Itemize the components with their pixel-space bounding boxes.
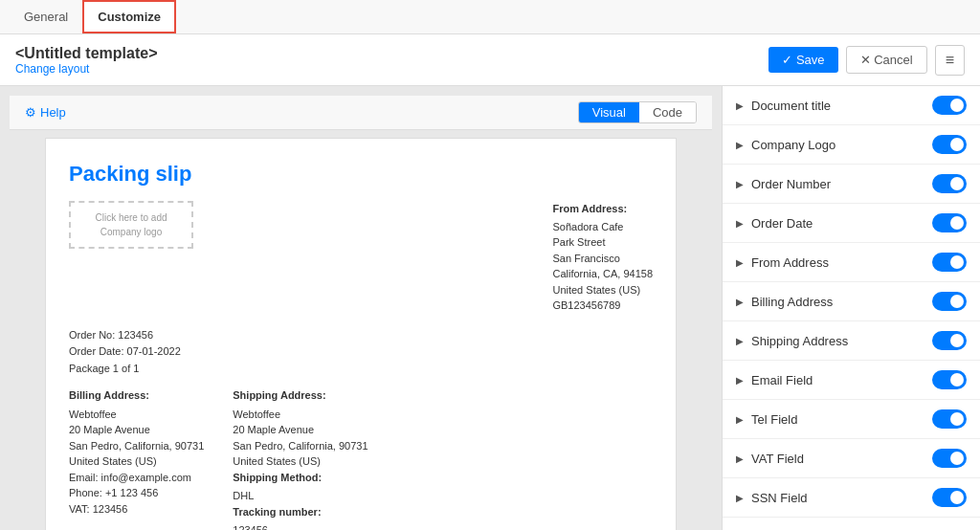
expand-arrow-email-field[interactable]: ▶ — [736, 375, 744, 386]
expand-arrow-tel-field[interactable]: ▶ — [736, 414, 744, 425]
help-link[interactable]: ⚙ Help — [25, 105, 66, 120]
header-bar: <Untitled template> Change layout ✓ Save… — [0, 34, 980, 86]
sidebar-label-shipping-address: Shipping Address — [751, 334, 848, 348]
sidebar-label-billing-address: Billing Address — [751, 295, 833, 309]
order-date: Order Date: 07-01-2022 — [69, 343, 653, 360]
billing-address-block: Billing Address: Webtoffee 20 Maple Aven… — [69, 387, 204, 530]
shipping-line4: Shipping Method: DHL — [233, 470, 368, 504]
billing-line3: United States (US) — [69, 453, 204, 470]
order-info: Order No: 123456 Order Date: 07-01-2022 … — [69, 327, 653, 377]
sidebar-item-from-address: ▶ From Address — [723, 243, 980, 282]
header-left: <Untitled template> Change layout — [15, 45, 157, 76]
shipping-line5: Tracking number: 123456 — [233, 504, 368, 531]
sidebar-item-email-field: ▶ Email Field — [723, 361, 980, 400]
sidebar-item-shipping-address: ▶ Shipping Address — [723, 321, 980, 361]
sidebar-label-ssn-field: SSN Field — [751, 491, 808, 505]
address-row: Billing Address: Webtoffee 20 Maple Aven… — [69, 387, 653, 530]
help-bar: ⚙ Help Visual Code — [10, 96, 712, 130]
visual-view-button[interactable]: Visual — [579, 102, 639, 122]
billing-line6: VAT: 123456 — [69, 501, 204, 518]
header-right: ✓ Save ✕ Cancel ≡ — [768, 45, 965, 76]
from-address-line3: San Francisco — [552, 251, 653, 267]
billing-line2: San Pedro, California, 90731 — [69, 438, 204, 454]
toggle-ssn-field[interactable] — [932, 488, 967, 507]
order-no: Order No: 123456 — [69, 327, 653, 343]
expand-arrow-billing-address[interactable]: ▶ — [736, 297, 744, 307]
doc-header: Click here to add Company logo From Addr… — [69, 201, 653, 314]
document-preview: Packing slip Click here to add Company l… — [45, 138, 677, 530]
billing-label: Billing Address: — [69, 387, 204, 404]
sidebar-item-billing-address: ▶ Billing Address — [723, 282, 980, 321]
content-panel: ⚙ Help Visual Code Packing slip Click he… — [0, 86, 722, 530]
sidebar-item-ssn-field: ▶ SSN Field — [723, 478, 980, 518]
shipping-line3: United States (US) — [233, 453, 368, 470]
sidebar-label-document-title: Document title — [751, 99, 831, 113]
sidebar-label-company-logo: Company Logo — [751, 138, 835, 152]
expand-arrow-order-date[interactable]: ▶ — [736, 218, 744, 229]
top-nav: General Customize — [0, 0, 980, 34]
toggle-order-date[interactable] — [932, 213, 967, 232]
change-layout-link[interactable]: Change layout — [15, 62, 157, 76]
sidebar-item-vat-field: ▶ VAT Field — [723, 439, 980, 478]
right-sidebar: ▶ Document title ▶ Company Logo ▶ Order … — [722, 86, 980, 530]
from-address-line4: California, CA, 94158 — [552, 266, 653, 282]
expand-arrow-company-logo[interactable]: ▶ — [736, 140, 744, 150]
help-label: Help — [40, 105, 66, 120]
billing-line5: Phone: +1 123 456 — [69, 485, 204, 501]
package-info: Package 1 of 1 — [69, 361, 653, 377]
sidebar-label-vat-field: VAT Field — [751, 452, 804, 466]
shipping-address-block: Shipping Address: Webtoffee 20 Maple Ave… — [233, 387, 368, 530]
save-button[interactable]: ✓ Save — [768, 47, 837, 73]
expand-arrow-shipping-address[interactable]: ▶ — [736, 336, 744, 346]
tab-customize[interactable]: Customize — [82, 0, 176, 33]
logo-line2: Company logo — [100, 225, 162, 239]
logo-line1: Click here to add — [95, 210, 167, 225]
sidebar-label-email-field: Email Field — [751, 373, 813, 387]
sidebar-item-order-date: ▶ Order Date — [723, 204, 980, 243]
toggle-vat-field[interactable] — [932, 449, 967, 468]
toggle-tel-field[interactable] — [932, 409, 967, 429]
menu-button[interactable]: ≡ — [935, 45, 965, 76]
shipping-line0: Webtoffee — [233, 407, 368, 423]
toggle-company-logo[interactable] — [932, 135, 967, 154]
from-address-label: From Address: — [552, 201, 653, 217]
toggle-billing-address[interactable] — [932, 292, 967, 311]
expand-arrow-from-address[interactable]: ▶ — [736, 257, 744, 268]
billing-line4: Email: info@example.com — [69, 470, 204, 486]
from-address-line6: GB123456789 — [552, 298, 653, 314]
shipping-line1: 20 Maple Avenue — [233, 422, 368, 438]
from-address-line5: United States (US) — [552, 282, 653, 298]
sidebar-item-company-logo: ▶ Company Logo — [723, 125, 980, 165]
expand-arrow-document-title[interactable]: ▶ — [736, 100, 744, 111]
shipping-label: Shipping Address: — [233, 387, 368, 404]
sidebar-label-tel-field: Tel Field — [751, 412, 797, 427]
billing-line1: 20 Maple Avenue — [69, 422, 204, 438]
code-view-button[interactable]: Code — [639, 102, 696, 122]
main-area: ⚙ Help Visual Code Packing slip Click he… — [0, 86, 980, 530]
toggle-shipping-address[interactable] — [932, 331, 967, 350]
billing-line0: Webtoffee — [69, 407, 204, 423]
template-title: <Untitled template> — [15, 45, 157, 62]
cancel-button[interactable]: ✕ Cancel — [846, 46, 927, 74]
help-icon: ⚙ — [25, 105, 36, 120]
toggle-from-address[interactable] — [932, 253, 967, 272]
tab-general[interactable]: General — [10, 1, 82, 33]
sidebar-label-order-date: Order Date — [751, 216, 813, 231]
shipping-line2: San Pedro, California, 90731 — [233, 438, 368, 454]
sidebar-item-document-title: ▶ Document title — [723, 86, 980, 125]
sidebar-item-tel-field: ▶ Tel Field — [723, 400, 980, 439]
toggle-order-number[interactable] — [932, 174, 967, 193]
document-title: Packing slip — [69, 158, 653, 189]
expand-arrow-ssn-field[interactable]: ▶ — [736, 493, 744, 503]
toggle-email-field[interactable] — [932, 370, 967, 389]
view-toggle: Visual Code — [578, 101, 697, 123]
sidebar-label-order-number: Order Number — [751, 177, 831, 191]
from-address-line2: Park Street — [552, 234, 653, 251]
from-address-line1: Soñadora Cafe — [552, 219, 653, 235]
expand-arrow-order-number[interactable]: ▶ — [736, 179, 744, 189]
logo-placeholder[interactable]: Click here to add Company logo — [69, 201, 193, 249]
sidebar-label-from-address: From Address — [751, 255, 829, 270]
expand-arrow-vat-field[interactable]: ▶ — [736, 453, 744, 464]
sidebar-item-order-number: ▶ Order Number — [723, 165, 980, 204]
toggle-document-title[interactable] — [932, 96, 967, 115]
